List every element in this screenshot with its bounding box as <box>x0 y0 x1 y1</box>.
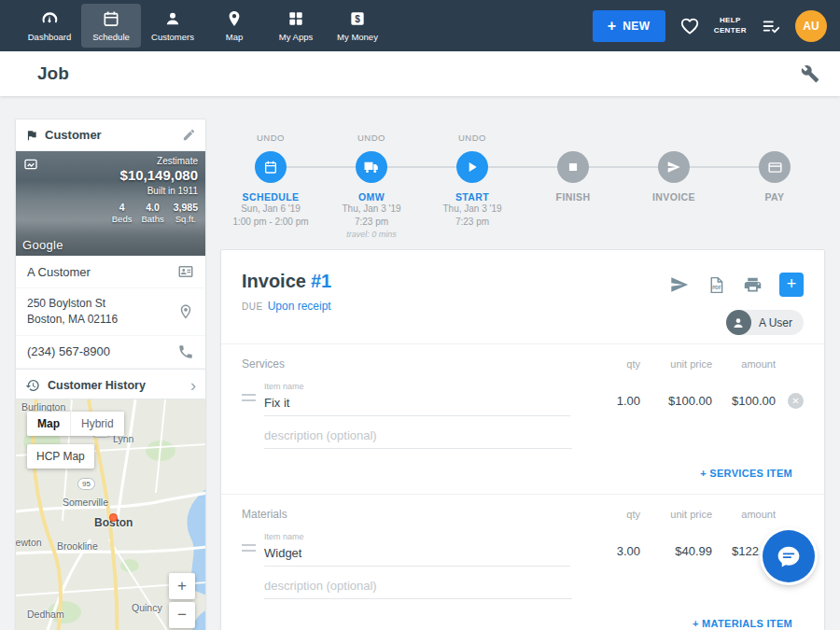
due-label: DUE <box>242 301 263 312</box>
apps-grid-icon <box>287 9 305 28</box>
step-label: START <box>455 191 489 203</box>
item-name-input[interactable] <box>264 541 570 567</box>
flag-icon <box>25 129 38 142</box>
play-icon <box>465 160 480 175</box>
chevron-right-icon <box>190 377 196 395</box>
map-type-map-button[interactable]: Map <box>27 412 71 436</box>
address-line2: Boston, MA 02116 <box>27 312 177 328</box>
location-pin-icon[interactable] <box>177 303 194 320</box>
remove-item-icon[interactable] <box>788 393 804 409</box>
map-label-somerville: Somerville <box>63 497 108 508</box>
nav-item-customers[interactable]: Customers <box>143 4 203 48</box>
zestimate-label: Zestimate <box>112 156 198 166</box>
map-type-control: Map Hybrid <box>27 412 124 436</box>
step-invoice: INVOICE <box>623 133 724 239</box>
job-tools-icon[interactable] <box>801 64 819 83</box>
drag-handle[interactable] <box>242 544 256 552</box>
step-date: Thu, Jan 3 '19 <box>342 203 400 216</box>
new-button[interactable]: NEW <box>593 10 665 42</box>
step-date: Sun, Jan 6 '19 <box>241 203 301 216</box>
step-time: 7:23 pm <box>355 216 388 229</box>
start-step-button[interactable] <box>456 151 488 183</box>
undo-link[interactable]: UNDO <box>458 133 486 146</box>
amount-header: amount <box>712 358 776 370</box>
qty-header: qty <box>570 509 640 520</box>
undo-link[interactable]: UNDO <box>357 133 385 146</box>
step-label: PAY <box>764 191 784 203</box>
property-stats: 4 Beds 4.0 Baths 3,985 Sq.ft. <box>112 202 198 224</box>
task-list-icon[interactable] <box>761 16 781 36</box>
stat-value: 4.0 <box>141 202 163 213</box>
map-pin-icon <box>225 9 244 28</box>
step-finish: FINISH <box>523 133 623 239</box>
undo-link[interactable]: UNDO <box>257 133 285 146</box>
nav-item-schedule[interactable]: Schedule <box>81 4 141 48</box>
due-value-link[interactable]: Upon receipt <box>268 300 331 313</box>
paper-plane-icon <box>666 160 681 175</box>
add-services-item-link[interactable]: + SERVICES ITEM <box>700 468 792 479</box>
new-button-label: NEW <box>623 20 651 33</box>
add-invoice-button[interactable] <box>779 273 804 297</box>
credit-card-icon <box>767 160 783 175</box>
item-description-input[interactable] <box>264 424 572 449</box>
map-label-dedham: Dedham <box>27 609 64 620</box>
item-name-label: Item name <box>264 532 570 541</box>
map-canvas[interactable]: Burlington Lynn Somerville Boston Newton… <box>16 399 205 630</box>
item-name-input[interactable] <box>264 391 570 416</box>
customer-history-button[interactable]: Customer History <box>16 369 205 402</box>
zoom-out-button[interactable]: − <box>169 602 195 628</box>
nav-item-label: Map <box>226 32 243 42</box>
help-center-line2: CENTER <box>714 26 747 35</box>
chat-widget-button[interactable] <box>763 530 815 582</box>
services-header: Services qty unit price amount <box>242 352 804 376</box>
map-type-hybrid-button[interactable]: Hybrid <box>71 412 124 436</box>
item-qty[interactable]: 3.00 <box>570 544 640 567</box>
nav-item-dashboard[interactable]: Dashboard <box>20 4 79 48</box>
contact-card-icon[interactable] <box>177 263 194 280</box>
map-label-newton: Newton <box>15 537 42 548</box>
add-materials-item-link[interactable]: + MATERIALS ITEM <box>693 618 792 629</box>
help-center-button[interactable]: HELP CENTER <box>714 16 747 35</box>
step-time: 7:23 pm <box>455 216 489 229</box>
item-description-input[interactable] <box>264 574 572 599</box>
assignee-chip[interactable]: A User <box>726 310 804 335</box>
nav-item-map[interactable]: Map <box>204 4 264 48</box>
travel-note: travel: 0 mins <box>346 230 397 239</box>
item-unit-price[interactable]: $40.99 <box>640 544 712 567</box>
customer-phone-row: (234) 567-8900 <box>16 336 205 369</box>
zestimate-overlay: Zestimate $10,149,080 Built in 1911 4 Be… <box>112 156 198 224</box>
history-label: Customer History <box>48 379 183 392</box>
stat-sqft: 3,985 Sq.ft. <box>174 202 198 224</box>
customer-card: Customer Zestimate $10,149,080 Built in … <box>15 119 206 403</box>
schedule-step-button[interactable] <box>255 151 287 183</box>
assignee-avatar <box>726 310 751 335</box>
omw-step-button[interactable] <box>356 151 387 183</box>
map-label-brookline: Brookline <box>57 540 98 552</box>
pay-step-button[interactable] <box>759 151 791 183</box>
page-header: Job <box>0 51 840 96</box>
drag-handle[interactable] <box>242 394 256 401</box>
invoice-step-button[interactable] <box>658 151 690 183</box>
item-unit-price[interactable]: $100.00 <box>640 394 712 416</box>
user-avatar[interactable]: AU <box>795 10 827 42</box>
step-label: FINISH <box>556 191 591 203</box>
edit-pencil-icon[interactable] <box>182 128 196 142</box>
heart-icon[interactable] <box>679 16 700 36</box>
nav-item-my-apps[interactable]: My Apps <box>266 4 326 48</box>
person-icon <box>163 9 182 28</box>
zoom-in-button[interactable]: + <box>169 573 195 599</box>
pdf-icon[interactable]: PDF <box>707 275 726 295</box>
finish-step-button[interactable] <box>557 151 589 183</box>
print-icon[interactable] <box>743 275 763 295</box>
hcp-map-button[interactable]: HCP Map <box>27 444 94 469</box>
item-qty[interactable]: 1.00 <box>570 394 640 416</box>
nav-right: NEW HELP CENTER AU <box>593 10 840 42</box>
phone-icon[interactable] <box>177 343 194 360</box>
customer-address-row: 250 Boylston St Boston, MA 02116 <box>16 288 205 336</box>
job-location-marker[interactable] <box>109 513 118 522</box>
send-icon[interactable] <box>669 274 690 295</box>
stat-value: 3,985 <box>174 202 198 213</box>
step-pay: PAY <box>724 133 825 239</box>
nav-item-my-money[interactable]: $ My Money <box>328 4 387 48</box>
service-item-row: Item name 1.00 $100.00 $100.00 <box>242 382 804 416</box>
